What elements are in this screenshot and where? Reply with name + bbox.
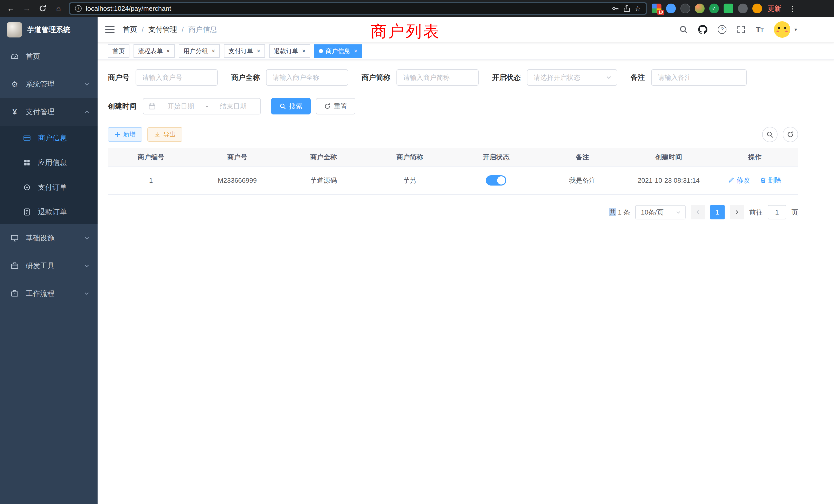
edit-button-label: 修改 (737, 176, 750, 185)
tab-user-group[interactable]: 用户分组 × (179, 44, 220, 58)
start-date-placeholder: 开始日期 (159, 102, 203, 111)
page-size-select[interactable]: 10条/页 (635, 205, 686, 220)
breadcrumb-home[interactable]: 首页 (123, 25, 137, 35)
sidebar-item-dev-tools[interactable]: 研发工具 (0, 252, 97, 280)
sidebar-item-label: 应用信息 (38, 158, 67, 167)
filter-label: 商户全称 (231, 73, 260, 83)
sidebar-item-payment[interactable]: ¥ 支付管理 (0, 98, 97, 126)
sidebar-item-workflow[interactable]: 工作流程 (0, 280, 97, 307)
search-icon[interactable] (679, 25, 688, 34)
delete-button[interactable]: 删除 (760, 176, 782, 185)
close-icon[interactable]: × (257, 48, 260, 54)
sidebar-item-label: 退款订单 (38, 207, 67, 217)
bookmark-star-icon[interactable]: ☆ (635, 4, 641, 13)
close-icon[interactable]: × (354, 48, 357, 54)
edit-button[interactable]: 修改 (728, 176, 750, 185)
close-icon[interactable]: × (212, 48, 215, 54)
column-header-merchant-no: 商户号 (194, 148, 280, 166)
cell-merchant-id: 1 (108, 166, 194, 194)
browser-menu-icon[interactable]: ⋮ (787, 3, 798, 14)
filter-row-2: 创建时间 开始日期 - 结束日期 搜索 重置 (108, 98, 798, 114)
main-area: 商户列表 首页 / 支付管理 / 商户信息 ? (97, 17, 834, 504)
next-page-button[interactable] (730, 205, 744, 220)
monitor-icon (10, 234, 19, 243)
close-icon[interactable]: × (302, 48, 306, 54)
merchant-table: 商户编号 商户号 商户全称 商户简称 开启状态 备注 创建时间 操作 1 M23… (108, 148, 798, 195)
sidebar-item-refund-order[interactable]: 退款订单 (0, 200, 97, 224)
add-button[interactable]: 新增 (108, 127, 142, 142)
tab-label: 商户信息 (326, 47, 350, 55)
hamburger-icon[interactable] (105, 26, 114, 33)
search-button[interactable]: 搜索 (271, 98, 311, 114)
filter-label: 创建时间 (108, 101, 137, 111)
date-range-picker[interactable]: 开始日期 - 结束日期 (143, 98, 261, 114)
tab-refund-order[interactable]: 退款订单 × (269, 44, 310, 58)
short-name-input[interactable] (396, 69, 479, 86)
status-toggle[interactable] (486, 175, 506, 186)
tab-merchant-info[interactable]: 商户信息 × (314, 44, 362, 58)
password-key-icon[interactable] (611, 5, 619, 12)
toggle-search-button[interactable] (762, 127, 777, 142)
payment-submenu: 商户信息 应用信息 支付订单 退款订单 (0, 126, 97, 224)
tab-process-form[interactable]: 流程表单 × (133, 44, 175, 58)
address-bar[interactable]: i localhost:1024/pay/merchant ☆ (69, 2, 647, 15)
page-size-value: 10条/页 (641, 208, 663, 217)
export-button[interactable]: 导出 (147, 127, 182, 142)
sidebar-item-infrastructure[interactable]: 基础设施 (0, 224, 97, 252)
cell-create-time: 2021-10-23 08:31:14 (626, 166, 712, 194)
cell-full-name: 芋道源码 (280, 166, 367, 194)
breadcrumb: 首页 / 支付管理 / 商户信息 (123, 25, 217, 35)
share-icon[interactable] (623, 5, 630, 12)
font-size-icon[interactable]: TT (756, 25, 764, 34)
avatar-caret-icon[interactable]: ▾ (794, 26, 797, 32)
extension-pin-icon[interactable] (738, 4, 748, 13)
breadcrumb-payment[interactable]: 支付管理 (148, 25, 177, 35)
filter-remark: 备注 (631, 69, 747, 86)
browser-reload-icon[interactable] (37, 3, 48, 14)
breadcrumb-separator: / (142, 25, 144, 33)
sidebar-item-home[interactable]: 首页 (0, 43, 97, 70)
goto-page-input[interactable] (768, 205, 786, 220)
column-header-create-time: 创建时间 (626, 148, 712, 166)
browser-home-icon[interactable]: ⌂ (53, 3, 64, 14)
tab-label: 支付订单 (228, 47, 253, 55)
browser-update-button[interactable]: 更新 (768, 4, 781, 13)
prev-page-button[interactable] (691, 205, 705, 220)
extension-note-icon[interactable] (724, 4, 733, 13)
app-logo[interactable]: 芋道管理系统 (0, 17, 97, 43)
site-info-icon[interactable]: i (75, 5, 82, 12)
close-icon[interactable]: × (167, 48, 170, 54)
profile-avatar-icon[interactable] (752, 4, 762, 13)
extension-avatar-icon[interactable] (695, 4, 705, 13)
sidebar-item-system[interactable]: ⚙ 系统管理 (0, 70, 97, 98)
user-avatar[interactable] (774, 21, 790, 38)
extension-drop-icon[interactable] (666, 4, 676, 13)
tab-home[interactable]: 首页 (108, 44, 129, 58)
search-button-label: 搜索 (289, 102, 303, 111)
current-page-button[interactable]: 1 (710, 205, 725, 220)
extension-check-icon[interactable]: ✓ (709, 4, 719, 13)
chevron-up-icon (84, 109, 89, 114)
url-text[interactable]: localhost:1024/pay/merchant (86, 5, 607, 13)
help-icon[interactable]: ? (718, 25, 726, 34)
remark-input[interactable] (651, 69, 747, 86)
browser-back-icon[interactable]: ← (5, 3, 17, 14)
sidebar-item-app-info[interactable]: 应用信息 (0, 151, 97, 175)
reset-button[interactable]: 重置 (316, 98, 355, 114)
extension-grid-icon[interactable]: 10 (652, 4, 661, 13)
cell-status (453, 166, 539, 194)
dashboard-icon (10, 52, 19, 61)
refresh-button[interactable] (783, 127, 798, 142)
extension-adblock-icon[interactable] (680, 4, 690, 13)
fullscreen-icon[interactable] (737, 25, 745, 34)
filter-label: 商户简称 (361, 73, 390, 83)
sidebar-item-pay-order[interactable]: 支付订单 (0, 175, 97, 200)
tab-label: 流程表单 (138, 47, 163, 55)
merchant-no-input[interactable] (136, 69, 218, 86)
github-icon[interactable] (698, 25, 707, 34)
browser-forward-icon[interactable]: → (21, 3, 32, 14)
full-name-input[interactable] (266, 69, 348, 86)
sidebar-item-merchant-info[interactable]: 商户信息 (0, 126, 97, 151)
tab-pay-order[interactable]: 支付订单 × (224, 44, 265, 58)
status-select[interactable]: 请选择开启状态 (527, 69, 617, 86)
